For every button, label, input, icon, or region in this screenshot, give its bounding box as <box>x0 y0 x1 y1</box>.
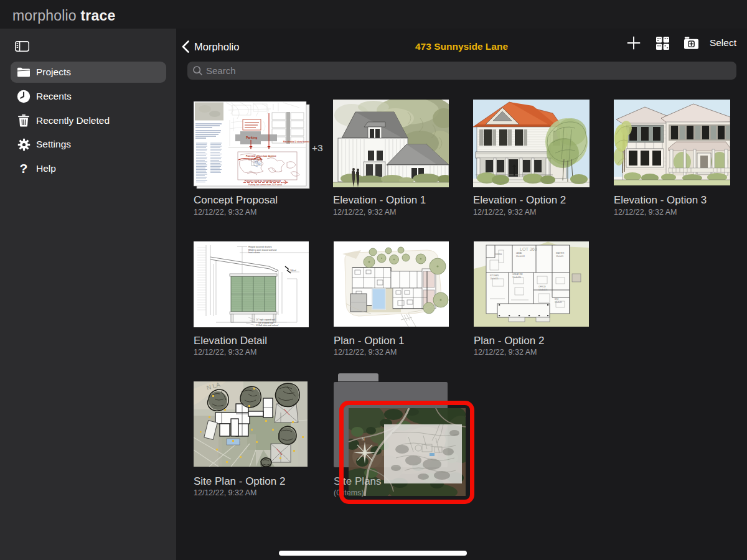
svg-text:DINING: DINING <box>495 253 502 256</box>
svg-text:Parking lots comes from 2019 a: Parking lots comes from 2019 aerial <box>248 184 282 186</box>
svg-text:24" high capped wall: 24" high capped wall <box>256 319 275 321</box>
svg-text:14x4x115: 14x4x115 <box>490 278 499 280</box>
svg-text:20x4x124: 20x4x124 <box>516 255 525 258</box>
svg-text:GREAT RM: GREAT RM <box>512 273 523 276</box>
svg-text:LANAI: LANAI <box>516 252 522 254</box>
svg-text:LOT 360: LOT 360 <box>520 246 537 252</box>
svg-text:12x4x11'6: 12x4x11'6 <box>538 289 547 291</box>
svg-text:BR2: BR2 <box>555 298 558 301</box>
svg-text:19x4x120: 19x4x120 <box>512 276 521 279</box>
svg-text:MASTER: MASTER <box>556 252 565 254</box>
svg-text:OFFICE: OFFICE <box>538 286 546 288</box>
svg-text:Potential office-how daytime: Potential office-how daytime <box>246 155 276 157</box>
svg-text:16ft of: 16ft of <box>290 269 296 272</box>
svg-text:Parking: Parking <box>246 136 257 139</box>
svg-text:Residential 2 story homes: Residential 2 story homes <box>283 141 309 143</box>
svg-text:13x4x15: 13x4x15 <box>556 255 563 258</box>
svg-text:Hinged louvered shutters: Hinged louvered shutters <box>248 246 272 248</box>
svg-text:Future road to neighborhood: Future road to neighborhood <box>245 179 281 182</box>
svg-text:5/16x4 slats and rails w/: 5/16x4 slats and rails w/ <box>256 324 278 327</box>
svg-text:vehicle lights: vehicle lights <box>248 158 263 161</box>
svg-text:10x4x11: 10x4x11 <box>555 301 562 304</box>
svg-text:KITCHEN: KITCHEN <box>490 274 499 277</box>
svg-text:Bifold to open toward wall and: Bifold to open toward wall and <box>248 249 276 251</box>
svg-text:5/4 x ripped cap: 5/4 x ripped cap <box>258 322 273 324</box>
